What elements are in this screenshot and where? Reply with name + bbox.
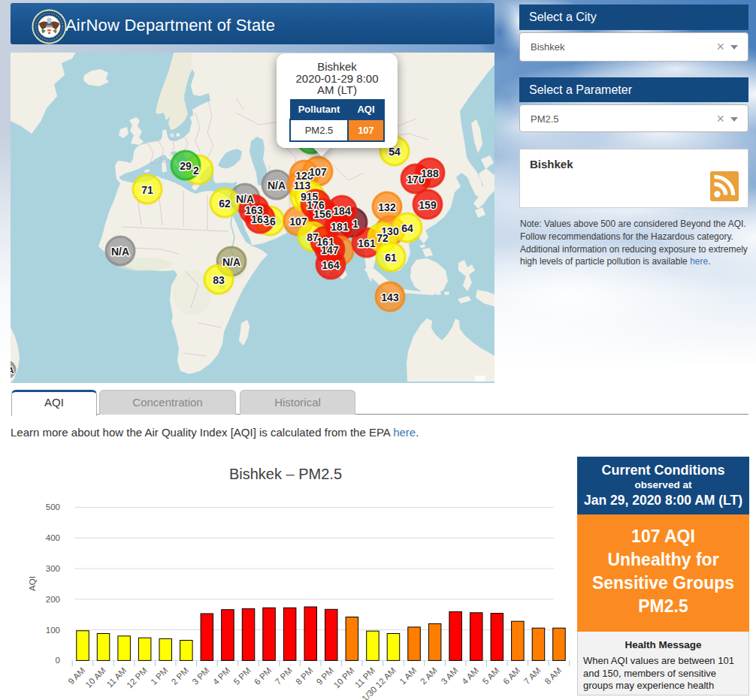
svg-text:147: 147 — [321, 244, 339, 256]
svg-text:143: 143 — [381, 291, 399, 303]
svg-text:1: 1 — [352, 218, 358, 230]
svg-text:107: 107 — [289, 216, 307, 228]
svg-text:71: 71 — [141, 184, 153, 196]
svg-text:83: 83 — [213, 274, 225, 286]
svg-text:7 PM: 7 PM — [274, 665, 294, 686]
svg-text:3 PM: 3 PM — [190, 665, 210, 686]
svg-text:7 AM: 7 AM — [522, 665, 543, 686]
svg-text:1 PM: 1 PM — [149, 665, 169, 686]
svg-text:1 AM: 1 AM — [398, 665, 418, 686]
svg-text:N/A: N/A — [222, 256, 240, 268]
svg-text:181: 181 — [331, 221, 349, 233]
svg-text:188: 188 — [421, 167, 439, 180]
svg-text:5 AM: 5 AM — [481, 665, 501, 686]
svg-text:156: 156 — [313, 208, 331, 220]
svg-text:Bishkek – PM2.5: Bishkek – PM2.5 — [229, 466, 342, 482]
svg-text:9: 9 — [301, 191, 307, 203]
svg-text:164: 164 — [322, 259, 340, 271]
svg-text:113: 113 — [294, 180, 311, 192]
svg-text:200: 200 — [46, 595, 60, 604]
svg-text:6 PM: 6 PM — [253, 665, 273, 686]
svg-text:161: 161 — [358, 237, 376, 249]
svg-text:12 PM: 12 PM — [125, 665, 149, 689]
svg-text:2 AM: 2 AM — [419, 665, 439, 686]
svg-text:6 AM: 6 AM — [501, 665, 522, 686]
svg-text:4 AM: 4 AM — [460, 665, 480, 686]
svg-text:107: 107 — [309, 166, 327, 178]
svg-text:AQI: AQI — [28, 576, 37, 591]
svg-text:62: 62 — [219, 198, 231, 210]
svg-text:64: 64 — [401, 222, 413, 234]
svg-text:163: 163 — [245, 204, 263, 216]
svg-text:10 PM: 10 PM — [332, 665, 356, 689]
svg-text:2 PM: 2 PM — [170, 665, 190, 686]
svg-text:10 AM: 10 AM — [83, 665, 107, 689]
svg-text:N/A: N/A — [236, 193, 254, 205]
svg-text:11 AM: 11 AM — [105, 665, 129, 689]
svg-text:300: 300 — [46, 564, 60, 573]
svg-text:0: 0 — [56, 656, 60, 665]
svg-text:100: 100 — [46, 626, 60, 635]
svg-text:132: 132 — [378, 201, 396, 213]
svg-text:29: 29 — [180, 160, 192, 172]
svg-text:3 AM: 3 AM — [440, 665, 460, 686]
svg-text:400: 400 — [46, 533, 60, 542]
svg-text:N/A: N/A — [268, 180, 286, 192]
svg-text:4 PM: 4 PM — [211, 665, 231, 686]
svg-text:159: 159 — [419, 199, 437, 211]
svg-text:61: 61 — [385, 252, 397, 264]
svg-text:72: 72 — [376, 232, 389, 244]
svg-text:8 AM: 8 AM — [543, 665, 563, 686]
svg-text:184: 184 — [333, 205, 351, 217]
svg-text:N/A: N/A — [11, 366, 14, 375]
svg-text:5 PM: 5 PM — [231, 665, 252, 686]
svg-text:2: 2 — [193, 164, 199, 177]
svg-text:8 PM: 8 PM — [294, 665, 314, 686]
svg-text:500: 500 — [46, 502, 60, 511]
svg-text:N/A: N/A — [111, 246, 129, 258]
